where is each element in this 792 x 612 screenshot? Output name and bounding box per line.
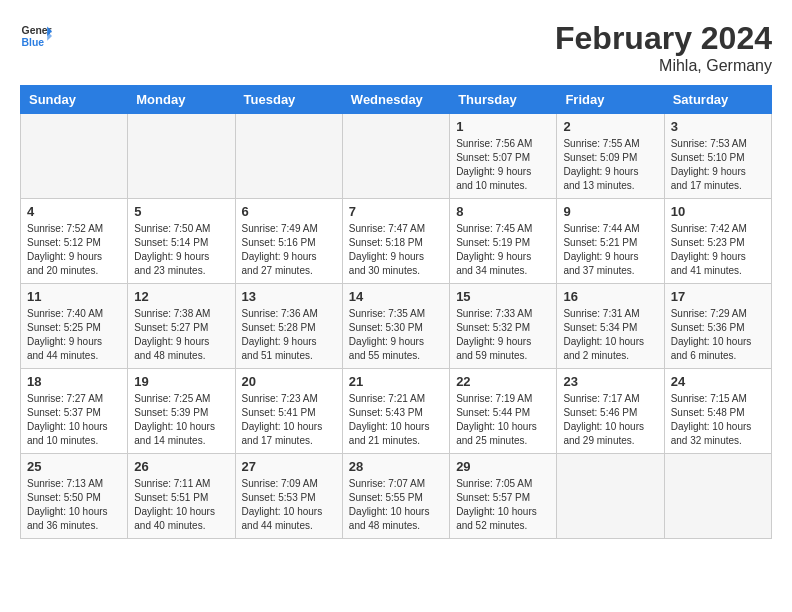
day-cell: 6Sunrise: 7:49 AM Sunset: 5:16 PM Daylig… bbox=[235, 199, 342, 284]
day-number: 27 bbox=[242, 459, 336, 474]
day-cell bbox=[557, 454, 664, 539]
day-info: Sunrise: 7:47 AM Sunset: 5:18 PM Dayligh… bbox=[349, 222, 443, 278]
day-number: 29 bbox=[456, 459, 550, 474]
day-info: Sunrise: 7:21 AM Sunset: 5:43 PM Dayligh… bbox=[349, 392, 443, 448]
day-cell: 15Sunrise: 7:33 AM Sunset: 5:32 PM Dayli… bbox=[450, 284, 557, 369]
day-number: 1 bbox=[456, 119, 550, 134]
week-row-4: 18Sunrise: 7:27 AM Sunset: 5:37 PM Dayli… bbox=[21, 369, 772, 454]
day-cell: 12Sunrise: 7:38 AM Sunset: 5:27 PM Dayli… bbox=[128, 284, 235, 369]
day-cell: 10Sunrise: 7:42 AM Sunset: 5:23 PM Dayli… bbox=[664, 199, 771, 284]
day-cell: 29Sunrise: 7:05 AM Sunset: 5:57 PM Dayli… bbox=[450, 454, 557, 539]
day-cell: 11Sunrise: 7:40 AM Sunset: 5:25 PM Dayli… bbox=[21, 284, 128, 369]
day-info: Sunrise: 7:19 AM Sunset: 5:44 PM Dayligh… bbox=[456, 392, 550, 448]
day-cell: 19Sunrise: 7:25 AM Sunset: 5:39 PM Dayli… bbox=[128, 369, 235, 454]
day-info: Sunrise: 7:55 AM Sunset: 5:09 PM Dayligh… bbox=[563, 137, 657, 193]
day-number: 9 bbox=[563, 204, 657, 219]
day-cell bbox=[342, 114, 449, 199]
day-number: 24 bbox=[671, 374, 765, 389]
location-subtitle: Mihla, Germany bbox=[555, 57, 772, 75]
day-number: 11 bbox=[27, 289, 121, 304]
day-number: 28 bbox=[349, 459, 443, 474]
day-number: 18 bbox=[27, 374, 121, 389]
header-cell-wednesday: Wednesday bbox=[342, 86, 449, 114]
title-block: February 2024 Mihla, Germany bbox=[555, 20, 772, 75]
day-info: Sunrise: 7:31 AM Sunset: 5:34 PM Dayligh… bbox=[563, 307, 657, 363]
day-number: 17 bbox=[671, 289, 765, 304]
day-cell: 16Sunrise: 7:31 AM Sunset: 5:34 PM Dayli… bbox=[557, 284, 664, 369]
day-info: Sunrise: 7:42 AM Sunset: 5:23 PM Dayligh… bbox=[671, 222, 765, 278]
day-number: 14 bbox=[349, 289, 443, 304]
day-cell: 27Sunrise: 7:09 AM Sunset: 5:53 PM Dayli… bbox=[235, 454, 342, 539]
header-cell-thursday: Thursday bbox=[450, 86, 557, 114]
day-info: Sunrise: 7:27 AM Sunset: 5:37 PM Dayligh… bbox=[27, 392, 121, 448]
day-number: 22 bbox=[456, 374, 550, 389]
day-info: Sunrise: 7:35 AM Sunset: 5:30 PM Dayligh… bbox=[349, 307, 443, 363]
header-cell-saturday: Saturday bbox=[664, 86, 771, 114]
day-cell: 4Sunrise: 7:52 AM Sunset: 5:12 PM Daylig… bbox=[21, 199, 128, 284]
day-number: 21 bbox=[349, 374, 443, 389]
day-cell: 8Sunrise: 7:45 AM Sunset: 5:19 PM Daylig… bbox=[450, 199, 557, 284]
day-cell: 1Sunrise: 7:56 AM Sunset: 5:07 PM Daylig… bbox=[450, 114, 557, 199]
logo: General Blue bbox=[20, 20, 52, 52]
week-row-5: 25Sunrise: 7:13 AM Sunset: 5:50 PM Dayli… bbox=[21, 454, 772, 539]
day-number: 13 bbox=[242, 289, 336, 304]
day-number: 25 bbox=[27, 459, 121, 474]
day-cell: 18Sunrise: 7:27 AM Sunset: 5:37 PM Dayli… bbox=[21, 369, 128, 454]
day-cell: 7Sunrise: 7:47 AM Sunset: 5:18 PM Daylig… bbox=[342, 199, 449, 284]
day-cell bbox=[128, 114, 235, 199]
day-cell: 3Sunrise: 7:53 AM Sunset: 5:10 PM Daylig… bbox=[664, 114, 771, 199]
day-info: Sunrise: 7:38 AM Sunset: 5:27 PM Dayligh… bbox=[134, 307, 228, 363]
week-row-3: 11Sunrise: 7:40 AM Sunset: 5:25 PM Dayli… bbox=[21, 284, 772, 369]
day-cell: 26Sunrise: 7:11 AM Sunset: 5:51 PM Dayli… bbox=[128, 454, 235, 539]
day-number: 7 bbox=[349, 204, 443, 219]
day-number: 20 bbox=[242, 374, 336, 389]
header-cell-tuesday: Tuesday bbox=[235, 86, 342, 114]
day-cell: 28Sunrise: 7:07 AM Sunset: 5:55 PM Dayli… bbox=[342, 454, 449, 539]
day-cell: 14Sunrise: 7:35 AM Sunset: 5:30 PM Dayli… bbox=[342, 284, 449, 369]
day-info: Sunrise: 7:11 AM Sunset: 5:51 PM Dayligh… bbox=[134, 477, 228, 533]
day-info: Sunrise: 7:53 AM Sunset: 5:10 PM Dayligh… bbox=[671, 137, 765, 193]
svg-text:Blue: Blue bbox=[22, 37, 45, 48]
day-cell: 23Sunrise: 7:17 AM Sunset: 5:46 PM Dayli… bbox=[557, 369, 664, 454]
header-cell-sunday: Sunday bbox=[21, 86, 128, 114]
day-info: Sunrise: 7:25 AM Sunset: 5:39 PM Dayligh… bbox=[134, 392, 228, 448]
header-cell-friday: Friday bbox=[557, 86, 664, 114]
month-year-title: February 2024 bbox=[555, 20, 772, 57]
day-info: Sunrise: 7:52 AM Sunset: 5:12 PM Dayligh… bbox=[27, 222, 121, 278]
calendar-header: SundayMondayTuesdayWednesdayThursdayFrid… bbox=[21, 86, 772, 114]
day-cell bbox=[235, 114, 342, 199]
day-cell: 22Sunrise: 7:19 AM Sunset: 5:44 PM Dayli… bbox=[450, 369, 557, 454]
calendar-table: SundayMondayTuesdayWednesdayThursdayFrid… bbox=[20, 85, 772, 539]
day-info: Sunrise: 7:36 AM Sunset: 5:28 PM Dayligh… bbox=[242, 307, 336, 363]
day-number: 26 bbox=[134, 459, 228, 474]
day-info: Sunrise: 7:44 AM Sunset: 5:21 PM Dayligh… bbox=[563, 222, 657, 278]
day-info: Sunrise: 7:29 AM Sunset: 5:36 PM Dayligh… bbox=[671, 307, 765, 363]
day-cell bbox=[21, 114, 128, 199]
day-cell: 21Sunrise: 7:21 AM Sunset: 5:43 PM Dayli… bbox=[342, 369, 449, 454]
header-cell-monday: Monday bbox=[128, 86, 235, 114]
day-cell: 9Sunrise: 7:44 AM Sunset: 5:21 PM Daylig… bbox=[557, 199, 664, 284]
day-info: Sunrise: 7:33 AM Sunset: 5:32 PM Dayligh… bbox=[456, 307, 550, 363]
day-cell: 13Sunrise: 7:36 AM Sunset: 5:28 PM Dayli… bbox=[235, 284, 342, 369]
day-info: Sunrise: 7:07 AM Sunset: 5:55 PM Dayligh… bbox=[349, 477, 443, 533]
day-info: Sunrise: 7:56 AM Sunset: 5:07 PM Dayligh… bbox=[456, 137, 550, 193]
day-info: Sunrise: 7:05 AM Sunset: 5:57 PM Dayligh… bbox=[456, 477, 550, 533]
day-info: Sunrise: 7:15 AM Sunset: 5:48 PM Dayligh… bbox=[671, 392, 765, 448]
header-row: SundayMondayTuesdayWednesdayThursdayFrid… bbox=[21, 86, 772, 114]
week-row-1: 1Sunrise: 7:56 AM Sunset: 5:07 PM Daylig… bbox=[21, 114, 772, 199]
day-number: 10 bbox=[671, 204, 765, 219]
day-number: 15 bbox=[456, 289, 550, 304]
day-number: 5 bbox=[134, 204, 228, 219]
day-cell: 5Sunrise: 7:50 AM Sunset: 5:14 PM Daylig… bbox=[128, 199, 235, 284]
day-info: Sunrise: 7:40 AM Sunset: 5:25 PM Dayligh… bbox=[27, 307, 121, 363]
logo-icon: General Blue bbox=[20, 20, 52, 52]
day-number: 3 bbox=[671, 119, 765, 134]
day-info: Sunrise: 7:09 AM Sunset: 5:53 PM Dayligh… bbox=[242, 477, 336, 533]
day-cell: 25Sunrise: 7:13 AM Sunset: 5:50 PM Dayli… bbox=[21, 454, 128, 539]
day-cell: 20Sunrise: 7:23 AM Sunset: 5:41 PM Dayli… bbox=[235, 369, 342, 454]
day-info: Sunrise: 7:50 AM Sunset: 5:14 PM Dayligh… bbox=[134, 222, 228, 278]
day-cell: 24Sunrise: 7:15 AM Sunset: 5:48 PM Dayli… bbox=[664, 369, 771, 454]
day-number: 2 bbox=[563, 119, 657, 134]
day-number: 8 bbox=[456, 204, 550, 219]
day-number: 23 bbox=[563, 374, 657, 389]
